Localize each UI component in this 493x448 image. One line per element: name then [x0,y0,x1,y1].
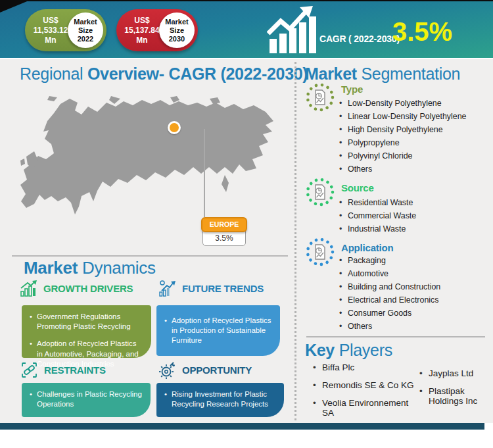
future-trends-header: FUTURE TRENDS [158,280,264,297]
column-divider [294,62,296,420]
marker-callout-line [204,129,205,217]
region-label-badge: EUROPE [201,217,247,232]
quadrant-heading: OPPORTUNITY [182,364,252,376]
opportunity-box: Rising Investment for Plastic Recycling … [156,383,284,417]
market-segmentation-title: Market Segmentation [305,64,460,84]
restraint-item: Challenges in Plastic Recycling Operatio… [30,389,143,409]
restraints-box: Challenges in Plastic Recycling Operatio… [22,383,151,417]
section-divider [12,255,288,257]
list-item: Electrical and Electronics [339,293,440,307]
source-list: Residential Waste Commercial Waste Indus… [339,196,416,236]
region-cagr-value: 3.5% [202,231,246,246]
list-item: Low-Density Polyethylene [339,97,466,110]
unit-text: Mn [121,36,163,45]
application-list: Packaging Automotive Building and Constr… [339,254,440,333]
list-item: Industrial Waste [339,222,416,236]
market-size-2022-label: Market Size 2022 [68,12,103,48]
growth-drivers-box: Government Regulations Promoting Plastic… [22,305,151,358]
amount-text: 11,533.12 [30,26,72,36]
market-size-2030-label: Market Size 2030 [159,12,195,48]
trend-graph-icon [158,280,176,297]
key-player: Veolia Environnement SA [313,398,418,418]
list-item: Packaging [339,254,440,267]
top-banner: US$ 11,533.12 Mn Market Size 2022 US$ 15… [0,0,493,58]
list-item: Commercial Waste [339,209,416,222]
market-size-2022-value: US$ 11,533.12 Mn [30,16,72,45]
europe-map [16,95,286,222]
top-border [0,0,493,1]
bottom-accent-bar [0,423,484,430]
content-area: Regional Overview- CAGR (2022-2030) EURO… [0,59,493,423]
dotted-ring-report-icon [306,237,335,266]
list-item: Consumer Goods [339,307,440,320]
list-item: Residential Waste [339,196,416,209]
segment-group-heading: Application [341,242,393,253]
infographic-page: US$ 11,533.12 Mn Market Size 2022 US$ 15… [0,0,493,448]
region-marker-dot [168,121,181,134]
restraints-header: RESTRAINTS [20,361,106,379]
list-item: Others [339,320,440,333]
key-players-column-1: Biffa Plc Remondis SE & Co KG Veolia Env… [313,362,418,426]
quadrant-heading: RESTRAINTS [44,364,106,376]
list-item: Automotive [339,267,440,280]
list-item: Polyvinyl Chloride [339,149,466,162]
key-players-column-2: Jayplas Ltd Plastipak Holdings Inc [419,368,485,414]
list-item: Polypropylene [339,136,466,149]
quadrant-heading: GROWTH DRIVERS [43,283,133,294]
list-item: High Density Polyethylene [339,123,466,136]
key-player: Biffa Plc [313,362,418,372]
currency-text: US$ [30,16,72,26]
dotted-ring-report-icon [306,178,335,207]
future-trends-box: Adoption of Recycled Plastics in Product… [156,305,280,356]
growth-chart-icon [267,6,317,53]
opportunity-header: OPPORTUNITY [158,361,252,379]
list-item: Linear Low-Density Polyethylene [339,110,466,123]
title-bold-part: Market [305,64,357,83]
list-item: Building and Construction [339,280,440,293]
regional-overview-title: Regional Overview- CAGR (2022-2030) [20,64,308,84]
list-item: Others [339,162,466,176]
section-divider [306,336,485,337]
opportunity-item: Rising Investment for Plastic Recycling … [164,389,276,409]
growth-drivers-header: GROWTH DRIVERS [20,280,133,297]
dotted-ring-report-icon [306,83,335,112]
market-dynamics-title: Market Dynamics [24,258,156,278]
title-regular-part: Segmentation [361,64,460,83]
segment-group-heading: Type [341,84,363,95]
segment-group-heading: Source [341,182,374,193]
corner-fold [0,0,30,12]
gear-wrench-icon [158,361,176,379]
cagr-label: CAGR ( 2022-2030) [319,34,400,44]
type-list: Low-Density Polyethylene Linear Low-Dens… [339,97,466,176]
title-bold-part: Overview- CAGR (2022-2030) [87,64,308,83]
key-player: Plastipak Holdings Inc [419,386,485,406]
chain-link-icon [20,361,38,379]
cagr-value: 3.5% [392,17,452,47]
trend-item: Adoption of Recycled Plastics in Product… [164,316,272,346]
key-player: Jayplas Ltd [419,368,485,378]
quadrant-heading: FUTURE TRENDS [182,283,264,294]
unit-text: Mn [30,36,72,45]
title-bold-part: Key [305,341,335,359]
driver-item: Government Regulations Promoting Plastic… [30,312,143,332]
currency-text: US$ [121,16,163,26]
market-size-2022-pill: US$ 11,533.12 Mn Market Size 2022 [25,9,106,51]
market-size-2030-value: US$ 15,137.84 Mn [121,16,163,45]
title-regular-part: Dynamics [82,258,156,278]
title-regular-part: Regional [20,64,83,83]
key-player: Remondis SE & Co KG [313,380,418,390]
bars-arrow-up-icon [20,280,37,297]
amount-text: 15,137.84 [121,26,163,36]
key-players-title: Key Players [305,341,392,360]
market-size-2030-pill: US$ 15,137.84 Mn Market Size 2030 [116,9,198,51]
title-regular-part: Players [339,341,392,359]
title-bold-part: Market [24,258,78,278]
